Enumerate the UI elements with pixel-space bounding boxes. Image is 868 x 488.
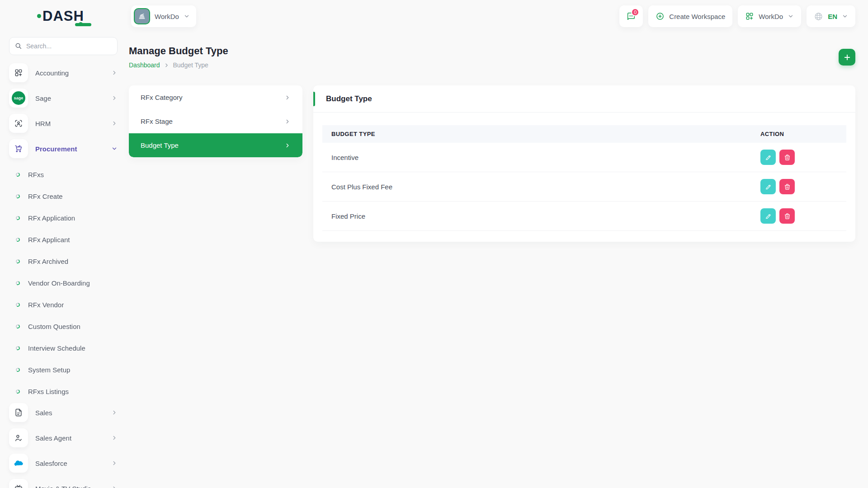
language-code: EN — [828, 13, 837, 20]
submenu-item-rfx-archived[interactable]: RFx Archived — [9, 250, 118, 272]
topbar: DASH WorkDo 0 Create Workspace — [0, 0, 868, 33]
chevron-right-icon — [111, 95, 118, 101]
card-title: Budget Type — [326, 94, 843, 103]
submenu-item-rfx-applicant[interactable]: RFx Applicant — [9, 229, 118, 250]
chevron-right-icon — [111, 70, 118, 76]
chevron-down-icon — [111, 145, 118, 152]
tv-icon — [9, 479, 28, 488]
bullet-icon — [15, 237, 20, 242]
card-body: BUDGET TYPE ACTION Incentive — [313, 113, 855, 242]
card-header: Budget Type — [313, 85, 855, 113]
edit-button[interactable] — [760, 150, 776, 165]
sidebar-menu: Accounting sage Sage HRM Procurement — [9, 62, 118, 488]
file-icon — [9, 403, 28, 422]
circle-plus-icon — [656, 12, 665, 21]
sidebar-search[interactable] — [9, 37, 118, 55]
setup-item-rfx-category[interactable]: RFx Category — [129, 85, 302, 109]
logo-green-dash — [75, 23, 91, 26]
submenu-item-rfx-create[interactable]: RFx Create — [9, 185, 118, 207]
create-workspace-label: Create Workspace — [669, 13, 725, 20]
table-header-row: BUDGET TYPE ACTION — [322, 125, 846, 143]
sidebar-item-accounting[interactable]: Accounting — [9, 62, 118, 83]
main-content: Manage Budget Type Dashboard Budget Type… — [127, 33, 868, 242]
sidebar-item-sales[interactable]: Sales — [9, 402, 118, 423]
sidebar-item-salesforce[interactable]: Salesforce — [9, 453, 118, 474]
breadcrumb-separator-icon — [164, 62, 170, 68]
workspace-name: WorkDo — [155, 13, 179, 20]
bullet-icon — [15, 280, 20, 285]
search-input[interactable] — [26, 42, 112, 50]
topbar-actions: 0 Create Workspace WorkDo EN — [619, 5, 855, 27]
chevron-right-icon — [284, 142, 291, 149]
sidebar-item-sales-agent[interactable]: Sales Agent — [9, 427, 118, 448]
search-icon — [15, 42, 22, 50]
globe-icon — [814, 12, 823, 21]
budget-type-name: Fixed Price — [322, 202, 751, 231]
bullet-icon — [15, 215, 20, 220]
setup-item-budget-type[interactable]: Budget Type — [129, 133, 302, 157]
sidebar-item-movie-tv-studio[interactable]: Movie & TV Studio — [9, 478, 118, 488]
setup-item-rfx-stage[interactable]: RFx Stage — [129, 109, 302, 133]
trash-icon — [784, 154, 791, 161]
delete-button[interactable] — [779, 179, 795, 194]
user-scan-icon — [9, 114, 28, 133]
budget-type-card: Budget Type BUDGET TYPE ACTION Incentive — [313, 85, 855, 242]
submenu-item-system-setup[interactable]: System Setup — [9, 359, 118, 380]
brand-logo-text: DASH — [42, 8, 84, 24]
sidebar: Accounting sage Sage HRM Procurement — [0, 33, 127, 488]
pencil-icon — [765, 213, 772, 220]
chevron-right-icon — [111, 435, 118, 441]
app-switcher-button[interactable]: WorkDo — [738, 5, 801, 27]
column-action: ACTION — [751, 125, 846, 143]
table-row: Incentive — [322, 143, 846, 172]
edit-button[interactable] — [760, 208, 776, 224]
bullet-icon — [15, 324, 20, 328]
submenu-item-vendor-onboarding[interactable]: Vendor On-Boarding — [9, 272, 118, 294]
create-workspace-button[interactable]: Create Workspace — [648, 5, 732, 27]
sage-logo-icon: sage — [9, 89, 28, 108]
table-row: Fixed Price — [322, 202, 846, 231]
brand-logo[interactable]: DASH — [0, 8, 127, 24]
breadcrumb-dashboard-link[interactable]: Dashboard — [129, 61, 160, 69]
chevron-right-icon — [111, 460, 118, 466]
breadcrumb: Dashboard Budget Type — [129, 61, 228, 69]
add-budget-type-button[interactable] — [839, 49, 855, 66]
procurement-submenu: RFxs RFx Create RFx Application RFx Appl… — [9, 164, 118, 402]
messages-badge: 0 — [631, 8, 639, 16]
sidebar-item-hrm[interactable]: HRM — [9, 113, 118, 134]
page-head: Manage Budget Type Dashboard Budget Type — [129, 45, 855, 69]
bullet-icon — [15, 302, 20, 307]
table-row: Cost Plus Fixed Fee — [322, 172, 846, 202]
bullet-icon — [15, 389, 20, 394]
delete-button[interactable] — [779, 150, 795, 165]
trash-icon — [784, 183, 791, 190]
edit-button[interactable] — [760, 179, 776, 194]
user-check-icon — [9, 428, 28, 447]
submenu-item-rfx-vendor[interactable]: RFx Vendor — [9, 294, 118, 315]
setup-menu-card: RFx Category RFx Stage Budget Type — [129, 85, 302, 157]
messages-button[interactable]: 0 — [619, 5, 643, 27]
chevron-down-icon — [184, 13, 190, 19]
bullet-icon — [15, 172, 20, 177]
submenu-item-rfxs[interactable]: RFxs — [9, 164, 118, 185]
budget-type-table: BUDGET TYPE ACTION Incentive — [322, 125, 846, 231]
chevron-down-icon — [842, 13, 848, 19]
chevron-right-icon — [111, 409, 118, 416]
submenu-item-rfx-application[interactable]: RFx Application — [9, 207, 118, 229]
delete-button[interactable] — [779, 208, 795, 224]
submenu-item-interview-schedule[interactable]: Interview Schedule — [9, 337, 118, 359]
breadcrumb-current: Budget Type — [173, 61, 208, 69]
language-selector[interactable]: EN — [807, 5, 855, 27]
chevron-right-icon — [284, 94, 291, 101]
shopping-cart-icon — [9, 139, 28, 158]
bullet-icon — [15, 345, 20, 350]
submenu-item-rfxs-listings[interactable]: RFxs Listings — [9, 380, 118, 402]
trash-icon — [784, 213, 791, 220]
workspace-selector[interactable]: WorkDo — [131, 5, 196, 27]
submenu-item-custom-question[interactable]: Custom Question — [9, 315, 118, 337]
sidebar-item-sage[interactable]: sage Sage — [9, 88, 118, 108]
budget-type-name: Incentive — [322, 143, 751, 172]
sidebar-item-procurement[interactable]: Procurement — [9, 138, 118, 159]
pencil-icon — [765, 154, 772, 161]
app-switcher-label: WorkDo — [759, 13, 783, 20]
